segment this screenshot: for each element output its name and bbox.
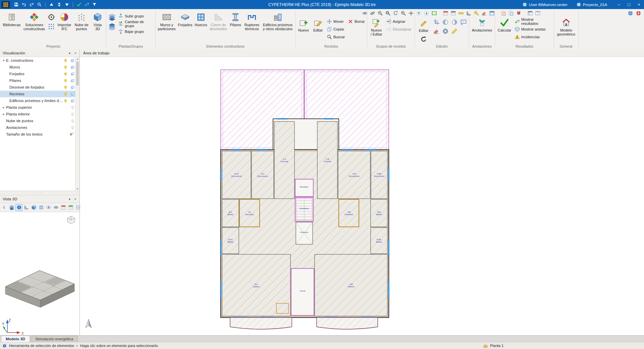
report-red-button[interactable] [442, 10, 449, 17]
ribbon-button-edificios-pr-ximos-y-otros-obst-culos[interactable]: Edificios próximos y otros obstáculos [262, 11, 294, 32]
bimserver-project-button[interactable]: Proyecto_01A [574, 2, 609, 7]
view-cube[interactable] [67, 215, 75, 224]
room-b-b2[interactable] [371, 228, 387, 254]
layer-config-button[interactable] [70, 79, 75, 83]
collapse-visualization-button[interactable]: ▾ [67, 51, 72, 55]
ribbon-button-anotaciones[interactable]: Anotaciones [471, 16, 493, 34]
ribbon-button-int2[interactable] [450, 18, 459, 26]
search-button[interactable] [36, 1, 43, 8]
ribbon-button-importar-ifc[interactable]: Importar IFC [56, 11, 72, 32]
app-menu-button[interactable] [1, 1, 10, 8]
tree-item-recintos[interactable]: Recintos [0, 91, 79, 97]
report-blue-button[interactable] [450, 10, 457, 17]
top-view-button[interactable] [38, 204, 45, 211]
ribbon-button-target[interactable] [47, 13, 55, 21]
visibility-bulb-on-button[interactable] [63, 58, 68, 63]
ribbon-button-huecos[interactable]: Huecos [194, 11, 208, 28]
panel-split-button[interactable] [534, 10, 541, 17]
ribbon-button-incidencias[interactable]: Incidencias [514, 34, 552, 40]
room-c-a[interactable] [274, 121, 294, 199]
ribbon-button-cambiar-de-grupo[interactable]: Cambiar de grupo [117, 20, 154, 27]
sheet-blue-button[interactable] [507, 10, 515, 17]
ribbon-button-ruptores-t-rmicos[interactable]: Ruptores térmicos [243, 11, 261, 32]
ribbon-button-calcular[interactable]: Calcular [496, 16, 513, 34]
room-recibidor[interactable] [295, 179, 313, 197]
layer-config-button[interactable] [70, 92, 75, 96]
ribbon-button-mover[interactable]: Mover [326, 18, 346, 25]
ribbon-button-editar[interactable]: Editar [416, 18, 431, 34]
tree-item-anotaciones[interactable]: Anotaciones [0, 124, 79, 131]
zoom-window-button[interactable] [384, 10, 391, 17]
pan-button[interactable] [408, 10, 415, 17]
eye-button[interactable] [45, 204, 52, 211]
magnet-button[interactable] [515, 10, 522, 17]
tab-simulaci-n-energ-tica[interactable]: Simulación energética [31, 336, 78, 342]
room-c-b[interactable] [317, 121, 337, 199]
orbit-alt-button[interactable] [369, 10, 376, 17]
undo-button[interactable] [20, 1, 28, 8]
visibility-bulb-on-button[interactable] [63, 72, 68, 76]
visibility-bulb-on-button[interactable] [63, 85, 68, 90]
panel-blue-button[interactable] [527, 10, 534, 17]
accept-help-button[interactable] [83, 1, 90, 8]
ruler-h-button[interactable] [458, 10, 465, 17]
zoom-previous-button[interactable] [400, 10, 407, 17]
ribbon-button-mostrar-resultados[interactable]: Mostrar resultados [514, 18, 552, 25]
tree-item-desnivel-de-forjados[interactable]: Desnivel de forjados [0, 84, 79, 91]
accept-button[interactable] [75, 1, 83, 8]
maximize-button[interactable]: □ [624, 0, 634, 9]
visibility-bulb-off-button[interactable] [70, 126, 75, 130]
floor-plan[interactable]: D.A2[Dormitorio]D.A[Dormitorio]C.A[Cocin… [220, 68, 393, 334]
layer-config-button[interactable] [70, 65, 75, 69]
eraser2-button[interactable] [481, 10, 488, 17]
ribbon-button-buscar[interactable]: Buscar [326, 34, 346, 40]
cype-button[interactable] [635, 10, 642, 17]
close-vista3d-button[interactable]: × [72, 197, 78, 201]
ribbon-button-nuevo-editar[interactable]: Nuevo / Editar [369, 16, 384, 38]
view-updown-button[interactable] [56, 1, 63, 8]
zoom-in-button[interactable] [377, 10, 384, 17]
ribbon-button-muros-y-particiones[interactable]: Muros y particiones [157, 11, 176, 32]
status-floor[interactable]: Planta 1 [483, 343, 503, 348]
lower-view-button[interactable] [423, 10, 430, 17]
vista3d-viewport[interactable]: X Z Y [0, 212, 79, 338]
tree-item-tama-o-de-los-textos[interactable]: Tamaño de los textosAA [0, 131, 79, 138]
ribbon-button-layersbig[interactable] [108, 13, 116, 21]
ribbon-button-eraser[interactable] [432, 27, 440, 35]
room-b-a[interactable] [222, 199, 239, 227]
view-down-button[interactable] [63, 1, 70, 8]
layers-view-button[interactable] [8, 204, 15, 211]
visibility-bulb-on-button[interactable] [63, 92, 68, 96]
chevron-down-icon[interactable]: ▾ [1, 59, 6, 62]
ribbon-button-editar[interactable]: Editar [311, 16, 325, 34]
layer-config-button[interactable] [70, 99, 75, 103]
tree-item-e-constructivos[interactable]: ▾E. constructivos [0, 57, 79, 64]
capture-frame-button[interactable] [431, 10, 438, 17]
panel-splitter[interactable]: ······ [0, 191, 79, 195]
tree-item-forjados[interactable]: Forjados [0, 70, 79, 77]
workspace-canvas[interactable]: D.A2[Dormitorio]D.A[Dormitorio]C.A[Cocin… [80, 57, 644, 335]
tree-item-planta-inferior[interactable]: ▸Planta inferior [0, 111, 79, 117]
redo-button[interactable] [28, 1, 35, 8]
ribbon-button-mostrar-aristas[interactable]: Mostrar aristas [514, 26, 552, 33]
close-visualization-button[interactable]: × [72, 51, 78, 55]
scrollbar-thumb[interactable] [76, 61, 79, 86]
sheet-red-button[interactable] [500, 10, 507, 17]
visibility-bulb-on-button[interactable] [63, 65, 68, 69]
scroll-down-icon[interactable]: ▼ [75, 187, 79, 191]
room-d-a[interactable] [252, 151, 274, 199]
close-button[interactable]: × [634, 0, 644, 9]
protractor-button[interactable] [23, 204, 30, 211]
tree-item-planta-superior[interactable]: ▸Planta superior [0, 104, 79, 111]
ribbon-button-borrar[interactable]: Borrar [347, 18, 366, 25]
chevron-right-icon[interactable]: ▸ [1, 112, 6, 116]
room-s-a[interactable] [222, 254, 290, 316]
ribbon-button-cierre-de-desniveles[interactable]: Cierre de desniveles [209, 11, 228, 32]
room-s-b[interactable] [315, 254, 387, 316]
visibility-bulb-on-button[interactable] [63, 79, 68, 83]
orbit-button[interactable] [361, 10, 368, 17]
ribbon-button-rotate[interactable] [420, 35, 428, 43]
redraw-button[interactable] [392, 10, 399, 17]
bimserver-user-button[interactable]: User BIMserver.center [520, 2, 569, 7]
ribbon-button-rulery[interactable] [450, 27, 459, 35]
